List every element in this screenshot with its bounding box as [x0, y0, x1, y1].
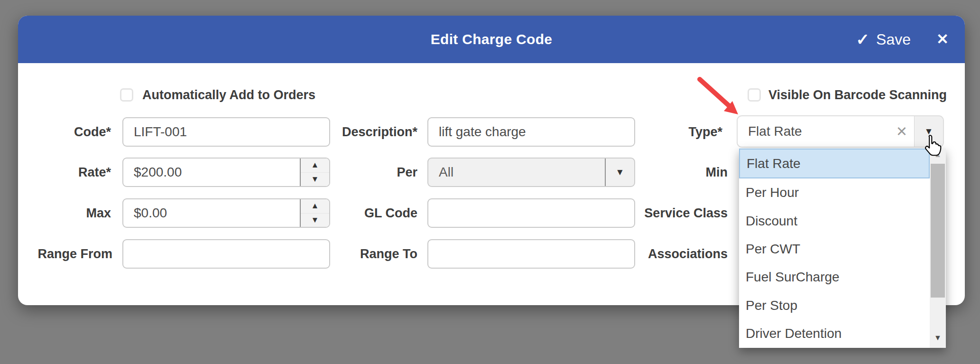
description-input[interactable]: lift gate charge	[427, 117, 635, 147]
scrollbar-thumb[interactable]	[931, 164, 945, 298]
modal-header: Edit Charge Code ✓ Save ✕	[18, 16, 965, 63]
type-input[interactable]: Flat Rate ✕	[738, 116, 915, 147]
barcode-checkbox[interactable]	[748, 88, 761, 102]
type-clear-icon[interactable]: ✕	[889, 123, 914, 140]
scroll-down-icon[interactable]: ▼	[930, 334, 946, 342]
dropdown-option-per-hour[interactable]: Per Hour	[739, 178, 930, 206]
per-select[interactable]: All ▼	[427, 158, 635, 187]
code-input[interactable]: LIFT-001	[122, 117, 330, 147]
per-label: Per	[303, 158, 417, 187]
type-label: Type*	[655, 117, 722, 147]
dropdown-option-flat-rate[interactable]: Flat Rate	[739, 149, 930, 178]
dropdown-scrollbar[interactable]: ▲ ▼	[930, 149, 946, 348]
modal-backdrop: Edit Charge Code ✓ Save ✕ Automatically …	[0, 0, 980, 364]
type-combobox: Flat Rate ✕ ▼	[737, 115, 944, 148]
description-label: Description*	[303, 117, 417, 147]
dropdown-option-discount[interactable]: Discount	[739, 207, 930, 235]
type-dropdown-panel: Flat Rate Per Hour Discount Per CWT Fuel…	[739, 149, 946, 348]
modal-title: Edit Charge Code	[18, 16, 965, 63]
type-option-list: Flat Rate Per Hour Discount Per CWT Fuel…	[739, 149, 930, 348]
type-dropdown-button[interactable]: ▼	[915, 116, 943, 147]
rate-input[interactable]: $200.00 ▲ ▼	[122, 158, 330, 187]
auto-add-checkbox[interactable]	[120, 88, 133, 102]
rate-label: Rate*	[19, 158, 111, 187]
dropdown-option-driver-detention[interactable]: Driver Detention	[739, 320, 930, 348]
check-icon: ✓	[856, 30, 870, 49]
rate-value: $200.00	[123, 159, 300, 186]
service-class-label: Service Class	[617, 198, 728, 228]
barcode-label: Visible On Barcode Scanning	[768, 87, 947, 103]
per-caret-icon[interactable]: ▼	[605, 159, 634, 186]
auto-add-label: Automatically Add to Orders	[142, 87, 315, 103]
gl-code-input[interactable]	[427, 198, 635, 228]
dropdown-option-per-stop[interactable]: Per Stop	[739, 291, 930, 319]
scroll-up-icon[interactable]: ▲	[930, 150, 946, 159]
dropdown-option-fuel-surcharge[interactable]: Fuel SurCharge	[739, 263, 930, 291]
max-value: $0.00	[123, 199, 300, 227]
dropdown-option-per-cwt[interactable]: Per CWT	[739, 235, 930, 263]
close-button[interactable]: ✕	[936, 16, 949, 63]
save-button[interactable]: ✓ Save	[856, 16, 911, 63]
max-input[interactable]: $0.00 ▲ ▼	[122, 198, 330, 228]
min-label: Min	[659, 158, 728, 187]
type-value: Flat Rate	[738, 124, 889, 139]
range-to-input[interactable]	[427, 239, 635, 269]
code-label: Code*	[19, 117, 111, 147]
gl-code-label: GL Code	[303, 198, 417, 228]
per-value: All	[428, 159, 605, 186]
max-label: Max	[19, 198, 111, 228]
save-label: Save	[876, 31, 911, 48]
range-from-label: Range From	[19, 239, 112, 269]
range-from-input[interactable]	[122, 239, 330, 269]
associations-label: Associations	[617, 239, 728, 269]
range-to-label: Range To	[303, 239, 417, 269]
